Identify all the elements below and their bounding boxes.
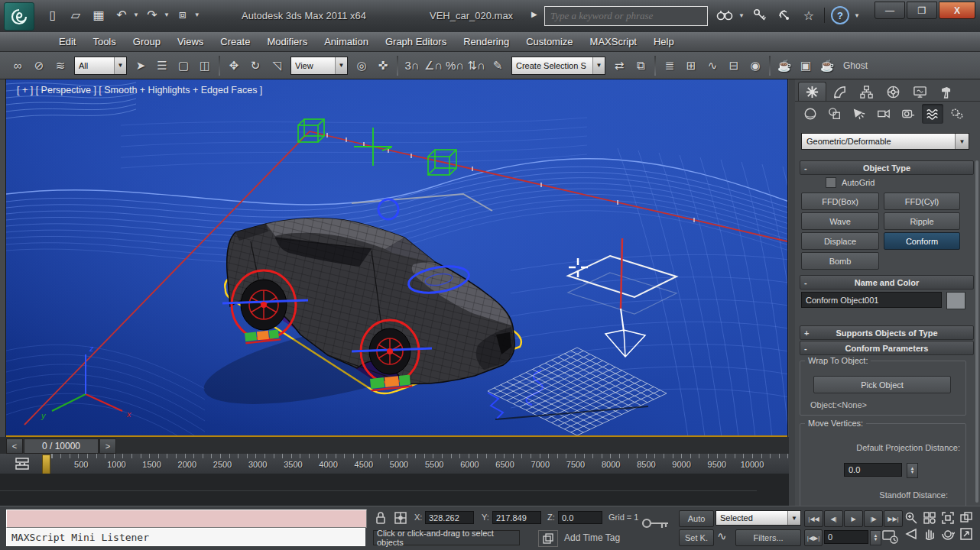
track-bar-ruler[interactable]: 0500100015002000250030003500400045005000… [0,454,792,474]
project-toolbar-button[interactable]: ⧈ [173,5,193,24]
add-time-tag[interactable]: Add Time Tag [564,532,620,543]
open-file-button[interactable]: ▱ [66,5,86,24]
tab-create[interactable] [798,82,826,101]
space-warps-icon[interactable] [922,104,943,124]
unlink-selection-icon[interactable]: ⊘ [29,55,49,76]
object-type-wave[interactable]: Wave [801,212,879,230]
selection-lock-toggle[interactable] [375,511,387,525]
select-and-scale-icon[interactable]: ◹ [267,55,287,76]
application-menu-button[interactable] [4,2,34,31]
menu-graph-editors[interactable]: Graph Editors [377,34,455,50]
tab-hierarchy[interactable] [853,82,880,101]
maximize-viewport-icon[interactable] [957,526,975,542]
key-filter-dropdown[interactable]: Selected ▼ [716,510,801,526]
zoom-extents-icon[interactable] [939,510,957,526]
object-type-ffd-cyl-[interactable]: FFD(Cyl) [884,192,960,210]
menu-views[interactable]: Views [169,34,212,50]
default-tangent-icon[interactable]: ∿ [717,529,727,543]
render-production-icon[interactable]: ☕ [817,55,837,76]
undo-button[interactable]: ↶ [112,5,131,24]
current-frame-field[interactable]: 0 [824,530,868,544]
helpers-icon[interactable] [897,104,919,124]
select-object-icon[interactable]: ➤ [131,55,151,76]
object-type-displace[interactable]: Displace [801,232,879,250]
window-crossing-icon[interactable]: ◫ [195,55,215,76]
named-selection-set-dropdown[interactable]: Create Selection S▼ [511,57,605,75]
lights-icon[interactable] [849,104,870,124]
next-frame-spinner[interactable]: > [99,438,116,454]
select-and-rotate-icon[interactable]: ↻ [245,55,265,76]
x-coordinate-field[interactable]: 328.262 [425,511,474,524]
render-setup-icon[interactable]: ☕ [774,55,794,76]
z-coordinate-field[interactable]: 0.0 [558,511,602,524]
select-and-link-icon[interactable]: ∞ [8,55,28,76]
maxscript-mini-listener[interactable]: MAXScript Mini Listener [6,528,365,546]
maxscript-macro-field[interactable] [6,510,367,528]
rollout-name-and-color[interactable]: - Name and Color [800,275,974,290]
container-explorer-icon[interactable]: ⊞ [681,55,701,76]
align-icon[interactable]: ⧉ [631,55,651,76]
pick-object-button[interactable]: Pick Object [813,376,951,393]
selection-filter-dropdown[interactable]: All▼ [74,57,127,75]
shapes-icon[interactable] [824,104,845,124]
key-mode-toggle[interactable]: |◀▶| [804,529,823,546]
menu-animation[interactable]: Animation [316,34,377,50]
object-name-field[interactable]: Conform Object001 [801,292,942,308]
help-button[interactable]: ? [831,6,849,24]
zoom-all-icon[interactable] [920,510,939,526]
tab-utilities[interactable] [933,82,960,101]
tab-display[interactable] [907,82,933,101]
cameras-icon[interactable] [873,104,894,124]
bind-to-space-warp-icon[interactable]: ≋ [50,55,70,76]
go-to-end-button[interactable]: ▶▶| [884,510,903,527]
category-dropdown[interactable]: Geometric/Deformable ▼ [801,133,969,150]
search-input[interactable] [545,10,707,22]
time-configuration-button[interactable] [882,529,899,545]
infocenter-expand-arrow[interactable]: ▶ [531,10,537,18]
arc-rotate-icon[interactable] [939,526,957,542]
fov-icon[interactable] [902,526,920,542]
isolate-selection-toggle[interactable] [538,530,558,547]
schematic-view-icon[interactable]: ⊟ [724,55,744,76]
save-file-button[interactable]: ▦ [89,5,109,24]
close-button[interactable]: X [939,2,975,19]
rollout-conform-parameters[interactable]: - Conform Parameters [800,341,974,355]
redo-dropdown-arrow[interactable]: ▼ [164,11,170,18]
use-pivot-center-icon[interactable]: ◎ [352,55,372,76]
zoom-icon[interactable] [902,510,920,526]
open-mini-curve-editor-button[interactable] [11,455,34,472]
minimize-button[interactable]: — [875,2,905,19]
object-type-conform[interactable]: Conform [884,232,960,250]
menu-rendering[interactable]: Rendering [455,34,518,50]
tab-modify[interactable] [826,82,853,101]
auto-key-button[interactable]: Auto [679,510,714,527]
select-and-move-icon[interactable]: ✥ [224,55,244,76]
autogrid-checkbox[interactable] [826,177,836,188]
filters-button[interactable]: Filters... [735,529,801,546]
new-file-button[interactable]: ▯ [43,5,63,24]
previous-frame-button[interactable]: ◀| [824,510,843,527]
spinner-snap-icon[interactable]: ⇅∩ [466,55,486,76]
layer-manager-icon[interactable]: ≣ [660,55,680,76]
track-bar[interactable] [0,474,795,506]
systems-icon[interactable] [946,104,968,124]
maximize-button[interactable]: ❐ [907,2,937,19]
menu-tools[interactable]: Tools [84,34,124,50]
menu-group[interactable]: Group [125,34,169,50]
menu-edit[interactable]: Edit [50,34,84,50]
menu-maxscript[interactable]: MAXScript [582,34,645,50]
curve-editor-icon[interactable]: ∿ [703,55,722,76]
menu-customize[interactable]: Customize [518,34,581,50]
search-options-arrow[interactable]: ▼ [738,12,745,19]
snap-toggle-3d-icon[interactable]: 3∩ [402,55,422,76]
menu-help[interactable]: Help [645,34,683,50]
percent-snap-icon[interactable]: %∩ [445,55,465,76]
absolute-mode-toggle[interactable] [393,510,408,526]
set-keys-button[interactable] [641,514,671,537]
rendered-frame-window-icon[interactable]: ▣ [796,55,816,76]
panel-scrollbar[interactable] [975,160,978,503]
search-button[interactable] [716,6,734,24]
rollout-supports-objects[interactable]: + Supports Objects of Type [800,325,974,340]
default-projection-field[interactable]: 0.0 [844,463,902,477]
go-to-start-button[interactable]: |◀◀ [804,510,823,527]
